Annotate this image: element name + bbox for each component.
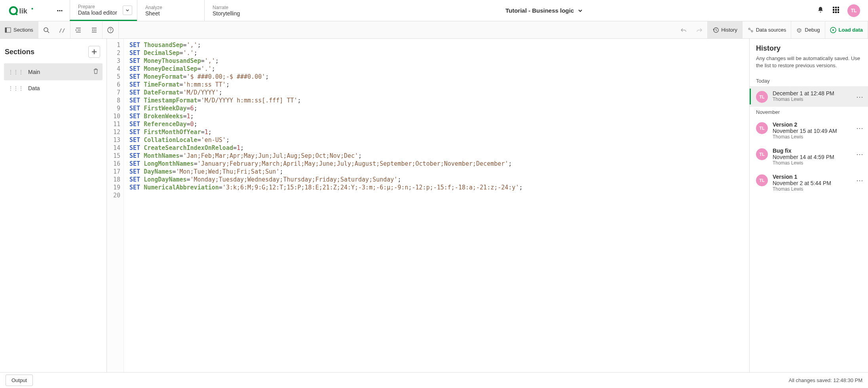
svg-rect-15 (838, 11, 839, 13)
svg-rect-10 (833, 9, 834, 11)
history-hint: Any changes will be automatically saved.… (750, 55, 868, 76)
tab-analyze[interactable]: Analyze Sheet (137, 0, 204, 21)
history-button-label: History (721, 27, 737, 33)
svg-text:?: ? (109, 28, 112, 32)
tab-narrate-head: Narrate (213, 5, 240, 10)
comment-icon: // (59, 27, 65, 33)
code-content[interactable]: SET ThousandSep=',';SET DecimalSep='.';S… (124, 39, 528, 372)
qlik-logo[interactable]: lik (0, 0, 50, 21)
save-status: All changes saved: 12:48:30 PM (789, 377, 862, 383)
indent-icon (75, 27, 82, 33)
svg-line-37 (797, 29, 798, 29)
history-button[interactable]: History (708, 21, 742, 38)
svg-rect-17 (5, 28, 7, 32)
prepare-dropdown-icon[interactable] (123, 6, 132, 15)
history-item-menu-icon[interactable]: ⋯ (856, 148, 863, 158)
plus-icon (91, 49, 97, 55)
outdent-button[interactable] (86, 21, 102, 38)
panel-left-icon (5, 27, 11, 33)
section-item-data[interactable]: ⋮⋮⋮Data (4, 80, 103, 96)
code-editor[interactable]: 1234567891011121314151617181920 SET Thou… (107, 39, 749, 372)
drag-handle-icon[interactable]: ⋮⋮⋮ (8, 85, 23, 91)
history-title: History (750, 44, 868, 55)
history-item-user: Thomas Lewis (773, 134, 851, 140)
tab-prepare-sub: Data load editor (78, 9, 117, 16)
output-button[interactable]: Output (6, 375, 33, 386)
svg-line-19 (47, 31, 49, 33)
tab-analyze-sub: Sheet (145, 10, 162, 17)
line-gutter: 1234567891011121314151617181920 (107, 39, 124, 372)
app-title[interactable]: Tutorial - Business logic (272, 0, 817, 21)
history-icon (712, 27, 719, 33)
history-item[interactable]: TLDecember 1 at 12:48 PMThomas Lewis⋯ (750, 86, 868, 107)
data-sources-label: Data sources (756, 27, 786, 33)
tab-prepare-head: Prepare (78, 4, 117, 9)
svg-point-5 (59, 10, 60, 11)
svg-text:lik: lik (19, 7, 28, 15)
waffle-icon[interactable] (832, 6, 840, 15)
svg-rect-7 (833, 7, 834, 8)
bell-icon[interactable] (817, 6, 824, 15)
svg-point-4 (57, 10, 58, 11)
trash-icon[interactable] (93, 68, 99, 76)
redo-button[interactable] (691, 21, 707, 38)
search-button[interactable] (38, 21, 54, 38)
load-data-button[interactable]: Load data (825, 21, 868, 38)
history-avatar: TL (756, 122, 768, 134)
undo-button[interactable] (676, 21, 691, 38)
history-item-time: November 14 at 4:59 PM (773, 154, 851, 160)
history-item-user: Thomas Lewis (773, 160, 851, 166)
chevron-down-icon (578, 8, 583, 13)
drag-handle-icon[interactable]: ⋮⋮⋮ (8, 69, 23, 75)
svg-point-6 (61, 10, 62, 11)
history-group-label: November (750, 107, 868, 117)
history-item[interactable]: TLVersion 2November 15 at 10:49 AMThomas… (750, 117, 868, 144)
svg-rect-8 (835, 7, 837, 8)
play-icon (830, 27, 836, 33)
add-section-button[interactable] (88, 46, 100, 58)
global-menu-button[interactable] (50, 0, 70, 21)
svg-rect-11 (835, 9, 837, 11)
main-area: Sections ⋮⋮⋮Main⋮⋮⋮Data 1234567891011121… (0, 39, 868, 372)
history-item-time: November 15 at 10:49 AM (773, 128, 851, 134)
history-item-time: November 2 at 5:44 PM (773, 180, 851, 186)
help-icon: ? (107, 27, 114, 33)
undo-icon (680, 27, 687, 33)
history-item-user: Thomas Lewis (773, 186, 851, 192)
history-avatar: TL (756, 148, 768, 160)
history-avatar: TL (756, 91, 768, 103)
history-item[interactable]: TLVersion 1November 2 at 5:44 PMThomas L… (750, 170, 868, 196)
section-item-main[interactable]: ⋮⋮⋮Main (4, 63, 103, 80)
tab-narrate[interactable]: Narrate Storytelling (204, 0, 272, 21)
svg-rect-14 (835, 11, 837, 13)
svg-point-31 (751, 30, 753, 32)
svg-point-30 (748, 28, 750, 30)
redo-icon (696, 27, 703, 33)
history-item-time: December 1 at 12:48 PM (773, 90, 851, 97)
debug-button[interactable]: Debug (791, 21, 824, 38)
history-item-title: Version 2 (773, 121, 851, 128)
tab-analyze-head: Analyze (145, 5, 162, 10)
history-group-label: Today (750, 76, 868, 86)
indent-button[interactable] (70, 21, 86, 38)
history-item[interactable]: TLBug fixNovember 14 at 4:59 PMThomas Le… (750, 144, 868, 170)
sections-toggle-label: Sections (13, 27, 33, 33)
history-item-menu-icon[interactable]: ⋯ (856, 121, 863, 132)
data-sources-button[interactable]: Data sources (743, 21, 791, 38)
search-icon (43, 27, 49, 33)
history-item-menu-icon[interactable]: ⋯ (856, 174, 863, 184)
toggle-sections-panel[interactable]: Sections (0, 21, 38, 38)
history-item-menu-icon[interactable]: ⋯ (856, 90, 863, 100)
help-button[interactable]: ? (103, 21, 118, 38)
load-data-label: Load data (839, 27, 863, 33)
tab-prepare[interactable]: Prepare Data load editor (70, 0, 137, 21)
svg-line-32 (750, 29, 751, 30)
history-panel: History Any changes will be automaticall… (749, 39, 868, 372)
svg-line-38 (800, 29, 801, 29)
user-avatar[interactable]: TL (847, 4, 860, 17)
bug-icon (796, 27, 802, 33)
sections-title: Sections (5, 48, 34, 56)
comment-button[interactable]: // (54, 21, 70, 38)
history-item-title: Bug fix (773, 148, 851, 154)
history-avatar: TL (756, 174, 768, 186)
